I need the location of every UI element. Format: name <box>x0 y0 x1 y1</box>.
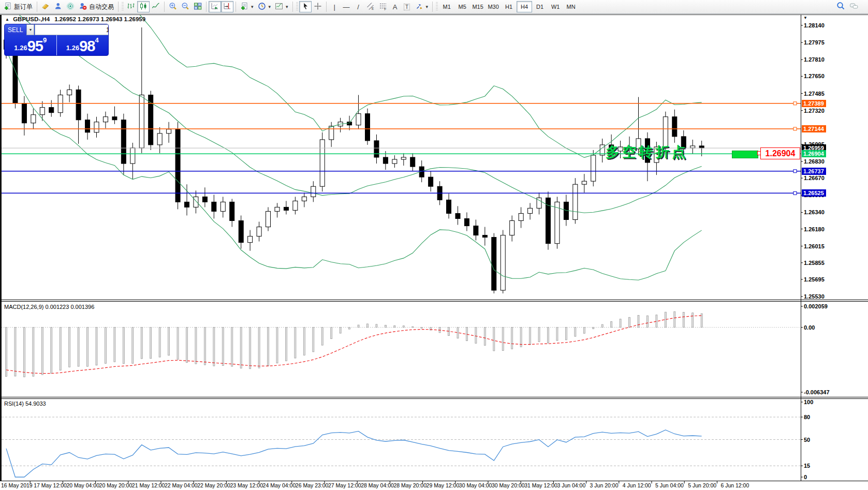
sell-button[interactable]: SELL <box>5 24 26 35</box>
line-chart-icon <box>152 2 160 12</box>
vertical-line-button[interactable]: | <box>329 1 341 12</box>
candle-down <box>13 49 18 103</box>
macd-bar <box>177 328 179 360</box>
tab-timeframe-M15[interactable]: M15 <box>470 1 486 12</box>
separator <box>292 2 293 12</box>
indicators-button[interactable]: ▾ <box>238 1 256 12</box>
signals-button[interactable] <box>64 1 77 12</box>
tab-timeframe-D1[interactable]: D1 <box>532 1 548 12</box>
text-label-button[interactable]: T <box>401 1 413 12</box>
macd-bar <box>457 328 459 338</box>
tab-timeframe-M5[interactable]: M5 <box>454 1 470 12</box>
cursor-icon <box>301 2 310 12</box>
tab-timeframe-W1[interactable]: W1 <box>548 1 563 12</box>
level-handle <box>793 170 797 173</box>
candle-down <box>429 177 433 186</box>
macd-bar <box>529 328 531 345</box>
tab-timeframe-H1[interactable]: H1 <box>501 1 517 12</box>
scale-arrow-icon[interactable]: ▼ <box>803 16 807 20</box>
ohlc-bars-icon <box>127 2 135 12</box>
macd-bar <box>195 328 197 364</box>
candle-down <box>410 157 415 167</box>
cursor-button[interactable] <box>299 1 312 12</box>
macd-bar <box>87 328 89 367</box>
candlestick-chart-button[interactable] <box>137 1 150 12</box>
chart-canvas[interactable] <box>0 0 868 490</box>
macd-bar <box>231 328 233 366</box>
candle-down <box>22 103 26 123</box>
macd-bar <box>168 328 170 355</box>
separator <box>326 2 327 12</box>
buy-price[interactable]: 1.26 98 4 <box>57 35 109 55</box>
macd-bar <box>303 328 305 355</box>
tab-timeframe-MN[interactable]: MN <box>563 1 579 12</box>
macd-bar <box>484 328 486 346</box>
rsi-label: RSI(14) 54.9033 <box>4 400 46 407</box>
macd-bar <box>385 325 386 328</box>
candle-up <box>519 213 523 220</box>
macd-bar <box>538 328 540 342</box>
tab-timeframe-H4[interactable]: H4 <box>517 1 532 12</box>
volume-input[interactable] <box>35 24 109 35</box>
macd-bar <box>520 328 522 347</box>
templates-button[interactable]: ▾ <box>273 1 290 12</box>
annotation-price-tag[interactable]: 1.26904 <box>760 147 800 159</box>
trendline-button[interactable]: / <box>352 1 364 12</box>
arrows-icon <box>415 2 423 12</box>
periods-button[interactable]: ▾ <box>256 1 273 12</box>
macd-bar <box>493 328 495 351</box>
macd-bar <box>41 328 43 375</box>
profile-button[interactable] <box>52 1 64 12</box>
tab-timeframe-M1[interactable]: M1 <box>439 1 454 12</box>
crosshair-button[interactable] <box>312 1 324 12</box>
bar-chart-button[interactable] <box>125 1 137 12</box>
autotrading-button[interactable]: 自动交易 <box>77 1 116 12</box>
fibonacci-button[interactable]: F <box>377 1 389 12</box>
zoom-in-button[interactable] <box>167 1 179 12</box>
sell-price[interactable]: 1.26 95 9 <box>5 35 56 55</box>
search-button[interactable] <box>834 1 847 12</box>
macd-bar <box>331 328 332 339</box>
candle-down <box>482 235 487 237</box>
chat-icon <box>849 2 859 12</box>
tile-windows-button[interactable] <box>192 1 204 12</box>
auto-scroll-button[interactable] <box>209 1 221 12</box>
candle-up <box>293 201 298 210</box>
horizontal-line-button[interactable]: — <box>341 1 352 12</box>
candle-up <box>510 221 514 235</box>
macd-bar <box>69 328 70 367</box>
window-left-border <box>0 14 2 481</box>
channel-button[interactable]: E <box>364 1 377 12</box>
candle-down <box>365 114 370 141</box>
text-button[interactable]: A <box>389 1 401 12</box>
zoom-out-button[interactable] <box>179 1 192 12</box>
arrows-button[interactable]: ▾ <box>413 1 431 12</box>
annotation-text[interactable]: 多空转折点 <box>606 143 688 161</box>
macd-bar <box>376 324 377 328</box>
candle-up <box>311 186 316 197</box>
chat-button[interactable] <box>847 1 861 12</box>
macd-bar <box>403 326 404 328</box>
candle-up <box>67 90 72 95</box>
candle-up <box>248 236 253 243</box>
market-watch-button[interactable] <box>39 1 52 12</box>
autotrading-icon <box>79 2 87 12</box>
macd-bar <box>240 328 242 368</box>
chevron-down-icon: ▾ <box>426 4 429 9</box>
separator <box>164 2 165 12</box>
candle-up <box>266 211 271 227</box>
macd-bar <box>60 328 61 370</box>
line-chart-button[interactable] <box>150 1 162 12</box>
tab-timeframe-M30[interactable]: M30 <box>486 1 501 12</box>
annotation-green-box[interactable] <box>732 151 758 158</box>
collapse-triangle-icon[interactable]: ▲ <box>5 17 9 22</box>
chart-shift-button[interactable] <box>221 1 233 12</box>
candle-down <box>212 202 216 211</box>
candle-up <box>257 227 261 236</box>
chevron-down-icon: ▾ <box>286 4 288 9</box>
new-order-button[interactable]: 新订单 <box>2 1 35 12</box>
volume-down-button[interactable]: ▼ <box>26 24 34 35</box>
candle-up <box>356 114 361 125</box>
macd-bar <box>665 312 666 327</box>
grip <box>296 2 298 11</box>
